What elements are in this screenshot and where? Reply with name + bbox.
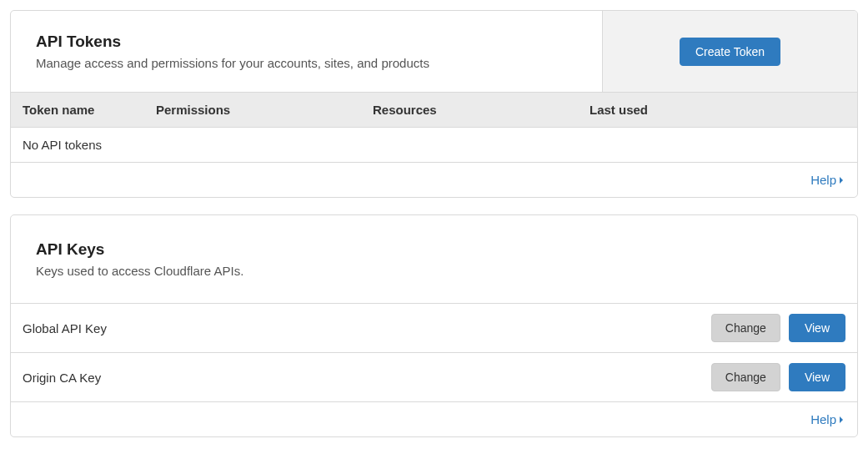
column-resources: Resources [373,103,590,117]
column-token-name: Token name [23,103,156,117]
api-keys-panel: API Keys Keys used to access Cloudflare … [10,214,858,437]
chevron-right-icon [839,416,845,424]
help-label: Help [810,173,836,187]
key-row-global: Global API Key Change View [11,304,857,353]
keys-footer: Help [11,402,857,436]
api-tokens-header: API Tokens Manage access and permissions… [11,11,857,92]
key-name: Global API Key [23,321,107,335]
chevron-right-icon [839,176,845,184]
api-tokens-panel: API Tokens Manage access and permissions… [10,10,858,198]
change-button-origin[interactable]: Change [711,363,780,391]
api-keys-title: API Keys [36,240,832,259]
tokens-table-header: Token name Permissions Resources Last us… [11,92,857,128]
key-actions: Change View [711,314,845,342]
tokens-empty-message: No API tokens [11,128,857,163]
key-actions: Change View [711,363,845,391]
help-label: Help [810,412,836,426]
api-tokens-title: API Tokens [36,33,577,51]
api-tokens-subtitle: Manage access and permissions for your a… [36,56,577,70]
key-row-origin: Origin CA Key Change View [11,353,857,402]
api-tokens-header-action: Create Token [603,11,857,92]
keys-help-link[interactable]: Help [810,412,845,426]
column-permissions: Permissions [156,103,373,117]
tokens-help-link[interactable]: Help [810,173,845,187]
key-name: Origin CA Key [23,371,101,385]
api-keys-header: API Keys Keys used to access Cloudflare … [11,215,857,304]
api-tokens-header-text: API Tokens Manage access and permissions… [11,11,603,92]
column-last-used: Last used [590,103,845,117]
view-button-global[interactable]: View [789,314,845,342]
view-button-origin[interactable]: View [789,363,845,391]
create-token-button[interactable]: Create Token [680,38,780,66]
tokens-footer: Help [11,163,857,197]
change-button-global[interactable]: Change [711,314,780,342]
api-keys-subtitle: Keys used to access Cloudflare APIs. [36,264,832,278]
